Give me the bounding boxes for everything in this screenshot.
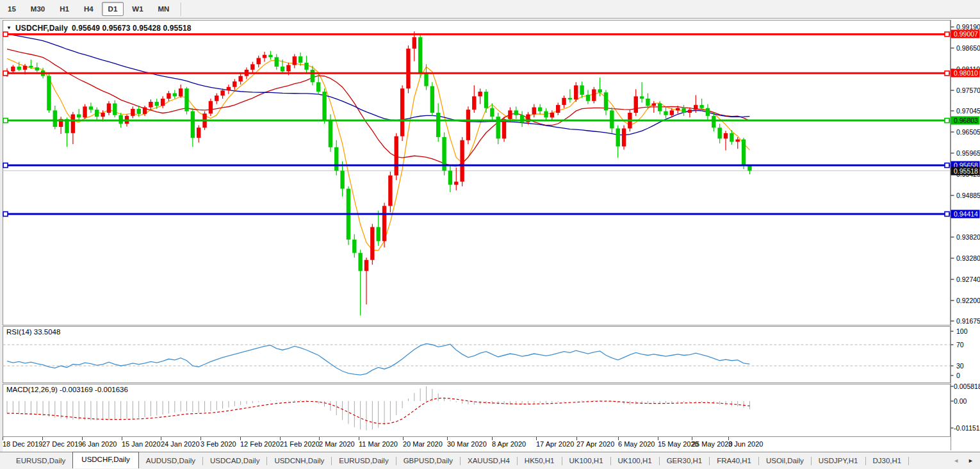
symbol-name: USDCHF,Daily [15,24,68,33]
price-badge-0.94414: 0.94414 [951,210,980,218]
date-tick-label: 30 Mar 2020 [447,440,487,448]
symbol-dropdown-icon[interactable]: ▼ [6,25,12,31]
tab-fra40-h1[interactable]: FRA40,H1 [710,453,758,469]
candle-body [322,92,326,120]
candle-body [484,92,488,108]
date-tick-label: 18 Dec 2019 [3,440,42,448]
candle-body [161,99,165,106]
candle-body [250,64,254,70]
price-tick-label: 0.97570 [956,86,980,94]
price-badge-0.95518: 0.95518 [951,167,980,176]
svg-text:0.98010: 0.98010 [954,69,978,77]
candle-body [83,106,86,117]
tab-hk50-h1[interactable]: HK50,H1 [518,453,562,469]
candle-body [352,240,356,253]
candle-body [712,116,715,128]
candle-body [406,49,410,88]
hline-handle[interactable] [945,211,949,216]
price-tick-label: 0.92740 [956,276,980,283]
price-badge-0.96803: 0.96803 [951,117,980,125]
candle-body [215,95,218,101]
candle-body [706,108,710,116]
tab-uk100-h1[interactable]: UK100,H1 [611,453,659,469]
candle-body [538,107,542,111]
candle-body [364,260,368,271]
tab-xauusd-h4[interactable]: XAUUSD,H4 [461,453,517,469]
candle-body [184,88,188,111]
candle-body [382,206,386,241]
hline-handle[interactable] [3,119,8,123]
tab-usdcad-daily[interactable]: USDCAD,Daily [203,453,266,469]
hline-handle[interactable] [945,32,949,37]
candle-body [118,115,122,124]
rsi-axis-label: 0 [956,372,960,379]
candle-body [329,120,332,147]
macd-axis-label: 0.00 [954,397,967,405]
candle-body [418,37,422,74]
price-badge-0.98010: 0.98010 [951,69,980,78]
tab-usoil-daily[interactable]: USOil,Daily [759,453,811,469]
candle-body [209,101,213,114]
candle-body [227,87,231,90]
hline-handle[interactable] [945,163,949,168]
tab-scroll-right-icon[interactable]: ► [968,458,974,464]
tab-uk100-h1[interactable]: UK100,H1 [562,453,610,469]
tab-eurusd-daily[interactable]: EURUSD,Daily [332,453,395,469]
candle-body [466,110,470,140]
indicator-axes: 100703000.0058180.00-0.011514 [951,327,980,432]
candle-body [717,128,721,138]
tab-gbpusd-daily[interactable]: GBPUSD,Daily [396,453,460,469]
candle-body [334,147,338,171]
hline-handle[interactable] [3,71,8,76]
candle-body [412,37,416,49]
candle-body [107,103,111,113]
tab-eurusd-daily[interactable]: EURUSD,Daily [9,453,72,469]
macd-axis-label: -0.011514 [954,424,980,432]
horizontal-line-0.94414[interactable] [3,211,951,216]
hline-handle[interactable] [3,211,8,216]
candle-body [622,128,626,146]
candle-body [586,95,590,101]
candle-body [562,98,566,105]
candle-body [149,102,152,108]
date-tick-label: 6 May 2020 [618,440,655,448]
tab-separator [908,457,909,465]
candle-body [730,133,733,142]
tab-usdcnh-daily[interactable]: USDCNH,Daily [267,453,331,469]
date-tick-label: 15 Jan 2020 [122,440,161,448]
candle-body [736,140,740,142]
candle-body [298,56,302,63]
candle-body [293,56,297,65]
candle-body [377,227,380,241]
tab-usdchf-daily[interactable]: USDCHF,Daily [72,452,138,468]
candle-body [699,105,703,108]
hline-handle[interactable] [3,163,8,168]
hline-handle[interactable] [945,119,949,123]
price-tick-label: 0.95965 [956,149,980,157]
candle-body [604,92,608,110]
date-tick-label: 20 Mar 2020 [403,440,443,448]
rsi-axis-label: 100 [956,327,968,335]
candle-body [490,108,494,117]
candle-body [544,111,548,118]
date-tick-label: 17 Apr 2020 [536,440,574,448]
hline-handle[interactable] [945,71,949,76]
candle-body [508,110,512,119]
candle-body [268,55,272,58]
svg-text:0.99007: 0.99007 [954,30,978,38]
candle-body [478,92,482,96]
price-tick-label: 0.92200 [956,297,980,304]
candle-body [143,107,147,113]
tab-scroll-left-icon[interactable]: ◄ [953,458,959,464]
horizontal-line-0.95658[interactable] [3,163,951,168]
tab-ger30-h1[interactable]: GER30,H1 [660,453,710,469]
tab-usdjpy-h1[interactable]: USDJPY,H1 [812,453,865,469]
tab-audusd-daily[interactable]: AUDUSD,Daily [139,453,202,469]
rsi-indicator-label: RSI(14) 33.5048 [6,328,60,336]
candle-body [658,103,662,111]
tab-dj30-h1[interactable]: DJ30,H1 [866,453,909,469]
ma-line-20 [7,49,749,166]
candle-body [197,128,200,138]
rsi-axis-label: 30 [956,362,964,370]
candle-body [646,99,649,106]
